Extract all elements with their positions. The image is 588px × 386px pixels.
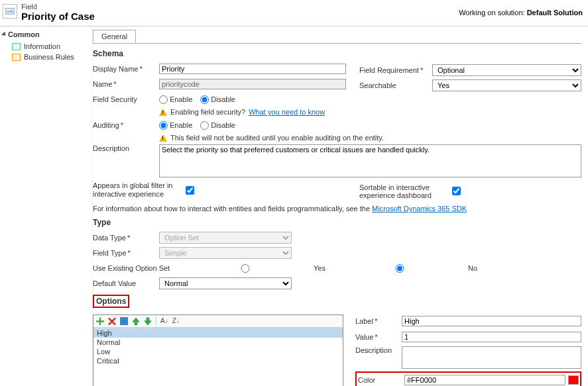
field-requirement-select[interactable]: Optional [432,64,581,76]
window-header: Field Priority of Case Working on soluti… [0,0,588,26]
option-item[interactable]: Normal [93,338,343,347]
svg-rect-1 [7,9,9,11]
sort-desc-icon[interactable]: Z↓ [172,317,180,325]
fs-enable-radio[interactable]: Enable [159,95,192,104]
use-existing-label: Use Existing Option Set [93,264,179,272]
option-detail-panel: Label* Value* Description Color [355,314,581,386]
section-schema-title: Schema [93,49,581,58]
sdk-link[interactable]: Microsoft Dynamics 365 SDK [372,205,467,213]
option-desc-label: Description [355,346,402,354]
caret-icon [1,31,7,37]
page-title: Priority of Case [21,11,459,22]
sidebar-item-information[interactable]: Information [3,41,89,52]
use-existing-no-radio[interactable]: No [333,264,477,273]
option-color-row: Color [355,371,581,386]
header-type-label: Field [21,3,459,11]
options-toolbar: A↓ Z↓ [93,315,343,328]
solution-indicator: Working on solution: Default Solution [459,9,583,17]
options-list[interactable]: High Normal Low Critical [93,328,343,386]
option-value-input[interactable] [402,332,581,342]
option-item[interactable]: High [93,328,343,338]
default-value-label: Default Value [93,279,159,287]
option-item[interactable]: Low [93,347,343,356]
edit-option-icon[interactable] [120,317,128,325]
option-label-label: Label* [355,317,402,325]
audit-disable-radio[interactable]: Disable [200,121,235,130]
use-existing-yes-radio[interactable]: Yes [179,264,325,273]
data-type-label: Data Type* [93,234,159,242]
description-textarea[interactable] [159,144,581,177]
name-input [159,79,346,89]
global-filter-label: Appears in global filter in interactive … [93,181,186,199]
sort-asc-icon[interactable]: A↓ [160,317,168,325]
delete-option-icon[interactable] [108,317,116,325]
warning-icon [159,134,167,142]
move-down-icon[interactable] [144,317,152,325]
audit-warning: This field will not be audited until you… [159,134,581,142]
tab-general[interactable]: General [93,30,136,43]
audit-enable-radio[interactable]: Enable [159,121,192,130]
searchable-select[interactable]: Yes [432,79,581,91]
fs-warn-link[interactable]: What you need to know [249,108,325,116]
data-type-select: Option Set [159,232,292,244]
option-value-label: Value* [355,333,402,341]
warning-icon [159,109,167,116]
option-label-input[interactable] [402,316,581,326]
field-security-label: Field Security [93,95,159,103]
option-item[interactable]: Critical [93,356,343,365]
default-value-select[interactable]: Normal [159,277,292,289]
fs-disable-radio[interactable]: Disable [200,95,235,104]
option-color-input[interactable] [404,375,565,385]
move-up-icon[interactable] [132,317,140,325]
main-content: General Schema Display Name* Field Requi… [93,26,588,386]
sidebar: Common Information Business Rules [0,26,93,386]
option-color-label: Color [358,376,404,384]
field-type-select: Simple [159,247,292,259]
field-requirement-label: Field Requirement* [359,66,432,74]
field-type-label: Field Type* [93,249,159,257]
options-list-panel: A↓ Z↓ High Normal Low Critical [93,314,343,386]
description-label: Description [93,144,159,152]
form-icon [12,43,21,50]
sortable-checkbox[interactable] [452,187,461,195]
display-name-input[interactable] [159,64,346,74]
color-swatch[interactable] [568,375,579,385]
display-name-label: Display Name* [93,65,159,73]
global-filter-checkbox[interactable] [186,186,194,195]
section-options-title: Options [93,295,129,308]
searchable-label: Searchable [359,81,432,89]
sidebar-item-business-rules[interactable]: Business Rules [3,52,89,62]
sidebar-section-common[interactable]: Common [3,30,89,38]
tab-bar: General [93,29,581,42]
fs-warning: Enabling field security? What you need t… [159,108,581,116]
name-label: Name* [93,80,159,88]
entity-icon [3,4,17,19]
rules-icon [12,54,21,61]
auditing-label: Auditing* [93,121,159,129]
svg-rect-2 [7,11,13,12]
sortable-label: Sortable in interactive experience dashb… [359,183,452,199]
sdk-info: For information about how to interact wi… [93,205,581,213]
section-type-title: Type [93,218,581,227]
option-desc-textarea[interactable] [402,346,581,369]
add-option-icon[interactable] [96,317,104,325]
